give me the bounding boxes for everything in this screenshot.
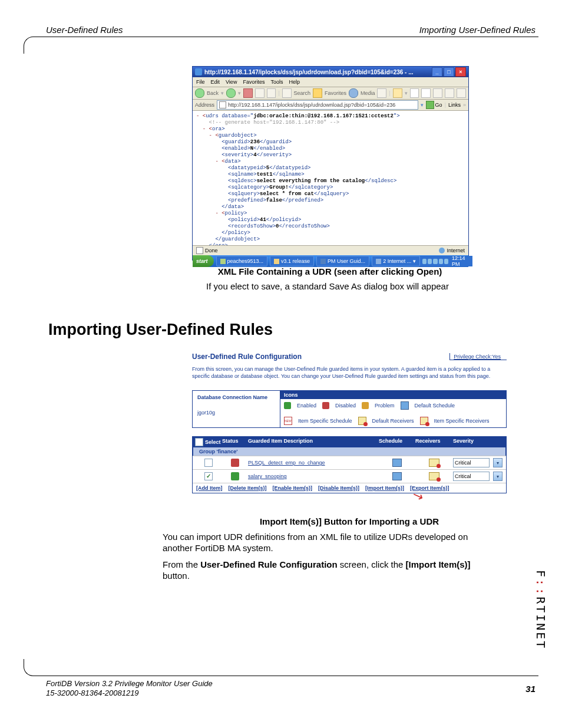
print-icon[interactable] bbox=[410, 88, 419, 98]
task-item[interactable]: PM User Guid... bbox=[316, 256, 369, 266]
address-dropdown[interactable]: ▾ bbox=[421, 102, 424, 108]
legend-label: Default Receivers bbox=[372, 418, 414, 424]
internet-icon bbox=[439, 248, 445, 253]
research-icon[interactable] bbox=[457, 88, 466, 98]
footer-rule bbox=[33, 676, 538, 676]
mail-icon[interactable] bbox=[393, 88, 402, 98]
links-label[interactable]: Links bbox=[448, 102, 461, 108]
search-icon[interactable] bbox=[282, 88, 292, 98]
ie-icon bbox=[195, 68, 202, 75]
problem-icon bbox=[362, 402, 369, 409]
table-header: Select Status Guarded Item Description S… bbox=[193, 437, 506, 447]
go-button[interactable]: Go bbox=[426, 101, 442, 109]
icons-legend: Enabled Disabled Problem Default Schedul… bbox=[280, 399, 506, 427]
legend-label: Problem bbox=[375, 403, 395, 409]
severity-dropdown[interactable]: ▾ bbox=[493, 458, 503, 467]
header-curve bbox=[24, 37, 34, 54]
favorites-icon[interactable] bbox=[313, 88, 322, 98]
close-button[interactable]: × bbox=[455, 67, 466, 77]
disabled-icon bbox=[322, 402, 329, 409]
stop-icon[interactable] bbox=[243, 88, 253, 98]
paragraph-save-as: If you elect to save, a standard Save As… bbox=[163, 281, 492, 291]
schedule-icon[interactable] bbox=[392, 472, 402, 480]
select-all-checkbox[interactable] bbox=[195, 438, 203, 446]
address-input[interactable]: http://192.168.1.147/iplocks/dss/jsp/udr… bbox=[217, 100, 418, 110]
col-status-label: Status bbox=[222, 438, 248, 446]
discuss-icon[interactable] bbox=[433, 88, 442, 98]
page-number: 31 bbox=[525, 684, 535, 694]
browser-window: http://192.168.1.147/iplocks/dss/jsp/udr… bbox=[192, 66, 469, 261]
menu-favorites[interactable]: Favorites bbox=[243, 79, 265, 85]
menu-view[interactable]: View bbox=[226, 79, 237, 85]
taskbar: start peaches9513... v3.1 release PM Use… bbox=[193, 255, 468, 267]
row-checkbox[interactable] bbox=[204, 472, 213, 480]
tray-icon[interactable] bbox=[433, 259, 437, 264]
menu-file[interactable]: File bbox=[196, 79, 205, 85]
menu-tools[interactable]: Tools bbox=[270, 79, 283, 85]
back-label[interactable]: Back bbox=[207, 90, 219, 96]
guarded-items-table: Select Status Guarded Item Description S… bbox=[192, 436, 507, 493]
task-item[interactable]: v3.1 release bbox=[270, 256, 314, 266]
zone-text: Internet bbox=[447, 248, 465, 253]
history-icon[interactable] bbox=[377, 88, 386, 98]
severity-select[interactable]: Critical bbox=[453, 472, 490, 481]
start-button[interactable]: start bbox=[193, 255, 214, 267]
row-checkbox[interactable] bbox=[204, 459, 213, 467]
tray-icon[interactable] bbox=[439, 259, 443, 264]
schedule-icon[interactable] bbox=[392, 459, 402, 467]
page-icon bbox=[219, 101, 226, 108]
status-enabled-icon bbox=[231, 472, 239, 480]
item-description-link[interactable]: salary_snooping bbox=[248, 473, 287, 479]
xml-content: - <udrs database="jdbc:oracle:thin:@192.… bbox=[193, 111, 468, 245]
media-label[interactable]: Media bbox=[361, 90, 375, 96]
system-tray: 12:14 PM bbox=[420, 256, 473, 266]
task-item[interactable]: 2 Internet ... ▾ bbox=[372, 256, 420, 266]
receivers-icon[interactable] bbox=[429, 459, 439, 467]
tray-icon[interactable] bbox=[422, 259, 427, 264]
enable-items-link[interactable]: [Enable Item(s)] bbox=[273, 485, 313, 491]
col-desc-label: Guarded Item Description bbox=[248, 438, 379, 446]
messenger-icon[interactable] bbox=[445, 88, 454, 98]
search-label[interactable]: Search bbox=[294, 90, 311, 96]
paragraph-import-intro: You can import UDR definitions from an X… bbox=[163, 531, 492, 554]
disable-items-link[interactable]: [Disable Item(s)] bbox=[318, 485, 359, 491]
maximize-button[interactable]: □ bbox=[444, 67, 454, 77]
severity-select[interactable]: Critical bbox=[453, 458, 490, 467]
legend-label: Item Specific Schedule bbox=[298, 418, 352, 424]
col-select-label: Select bbox=[205, 439, 221, 445]
delete-items-link[interactable]: [Delete Item(s)] bbox=[229, 485, 267, 491]
figure1-caption: XML File Containing a UDR (seen after cl… bbox=[192, 266, 468, 276]
privilege-check: Privilege Check:Yes bbox=[449, 353, 507, 360]
tray-icon[interactable] bbox=[428, 259, 432, 264]
icons-header: Icons bbox=[280, 391, 506, 399]
menu-edit[interactable]: Edit bbox=[211, 79, 220, 85]
minimize-button[interactable]: _ bbox=[432, 67, 442, 77]
severity-dropdown[interactable]: ▾ bbox=[493, 472, 503, 481]
media-icon[interactable] bbox=[349, 88, 358, 98]
back-icon[interactable] bbox=[195, 88, 204, 98]
receivers-icon[interactable] bbox=[429, 472, 439, 480]
legend-label: Disabled bbox=[335, 403, 356, 409]
address-text: http://192.168.1.147/iplocks/dss/jsp/udr… bbox=[228, 102, 395, 108]
window-titlebar: http://192.168.1.147/iplocks/dss/jsp/udr… bbox=[193, 67, 468, 77]
favorites-label[interactable]: Favorites bbox=[325, 90, 346, 96]
tray-icon[interactable] bbox=[444, 259, 448, 264]
privilege-check-link[interactable]: Privilege Check:Yes bbox=[454, 354, 501, 360]
task-item[interactable]: peaches9513... bbox=[216, 256, 268, 266]
refresh-icon[interactable] bbox=[255, 88, 265, 98]
item-description-link[interactable]: PLSQL_detect_emp_no_change bbox=[248, 460, 325, 466]
import-items-link[interactable]: [Import Item(s)] bbox=[365, 485, 404, 491]
header-left: User-Defined Rules bbox=[46, 25, 123, 35]
statusbar: Done Internet bbox=[193, 245, 468, 255]
menu-help[interactable]: Help bbox=[289, 79, 300, 85]
done-icon bbox=[196, 247, 203, 254]
home-icon[interactable] bbox=[267, 88, 276, 98]
section-heading: Importing User-Defined Rules bbox=[48, 321, 273, 339]
forward-icon[interactable] bbox=[226, 88, 236, 98]
group-row: Group 'finance' bbox=[193, 447, 506, 456]
add-item-link[interactable]: [Add Item] bbox=[196, 485, 223, 491]
app-icon bbox=[220, 259, 226, 264]
actions-row: [Add Item] [Delete Item(s)] [Enable Item… bbox=[193, 483, 506, 493]
edit-icon[interactable] bbox=[421, 88, 431, 98]
item-receivers-icon bbox=[420, 417, 428, 425]
